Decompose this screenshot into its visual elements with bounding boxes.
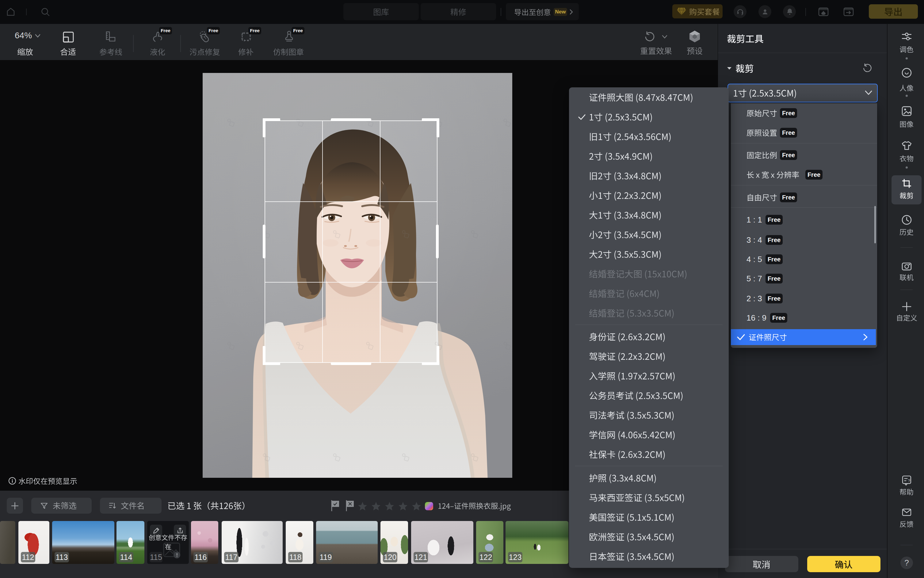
svg-text:?: ?: [908, 478, 910, 483]
